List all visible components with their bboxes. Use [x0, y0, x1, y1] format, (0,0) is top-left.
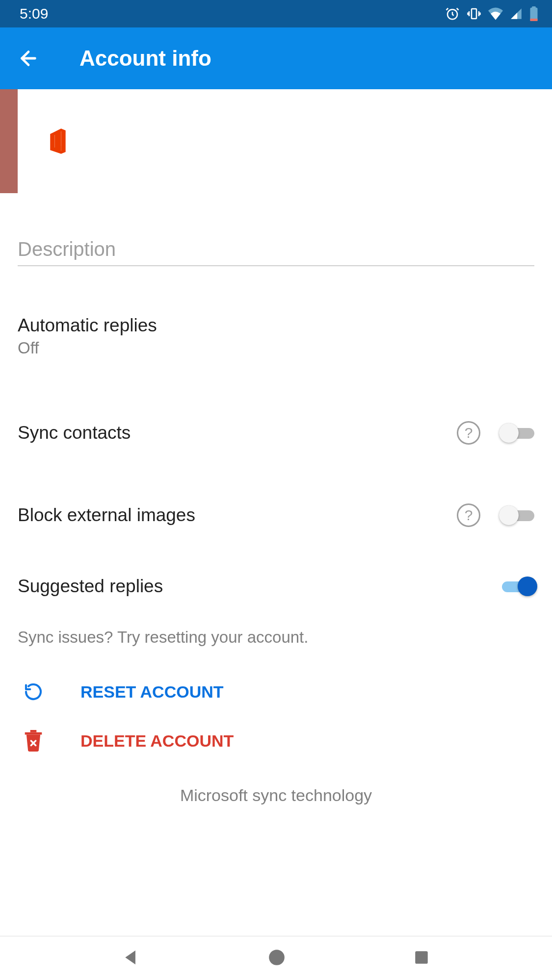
cellular-icon	[510, 7, 523, 20]
help-icon: ?	[465, 507, 473, 524]
svg-rect-1	[472, 9, 476, 19]
back-button[interactable]	[17, 47, 40, 70]
suggested-replies-toggle[interactable]	[499, 577, 534, 596]
block-external-images-row: Block external images ?	[18, 503, 534, 527]
automatic-replies-value: Off	[18, 339, 534, 357]
account-header: Office 365 amiadmin@deltaconstructors.ne…	[0, 89, 552, 193]
nav-home-button[interactable]	[267, 948, 286, 969]
automatic-replies-row[interactable]: Automatic replies Off	[18, 315, 534, 357]
automatic-replies-title: Automatic replies	[18, 315, 534, 336]
office-icon	[48, 128, 69, 154]
wifi-icon	[488, 7, 503, 20]
avatar	[35, 118, 81, 164]
app-bar: Account info	[0, 27, 552, 89]
sync-contacts-title: Sync contacts	[18, 423, 457, 443]
android-nav-bar	[0, 936, 552, 980]
sync-tech-footer: Microsoft sync technology	[18, 786, 534, 805]
status-icons	[445, 6, 538, 21]
sync-contacts-help-button[interactable]: ?	[457, 421, 480, 445]
status-time: 5:09	[20, 5, 48, 22]
nav-back-button[interactable]	[122, 948, 141, 969]
settings-content: Automatic replies Off Sync contacts ? Bl…	[0, 193, 552, 936]
alarm-icon	[445, 6, 460, 21]
account-service: Office 365	[99, 123, 343, 139]
block-external-images-help-button[interactable]: ?	[457, 503, 480, 527]
svg-rect-4	[530, 19, 538, 21]
sync-contacts-row: Sync contacts ?	[18, 421, 534, 445]
svg-rect-3	[532, 6, 536, 8]
reset-account-button[interactable]: RESET ACCOUNT	[18, 681, 534, 703]
help-icon: ?	[465, 425, 473, 441]
block-external-images-toggle[interactable]	[499, 505, 534, 525]
delete-icon	[23, 730, 44, 752]
nav-recent-icon	[413, 949, 430, 966]
svg-rect-7	[415, 951, 428, 964]
sync-contacts-toggle[interactable]	[499, 423, 534, 443]
block-external-images-title: Block external images	[18, 505, 457, 526]
nav-back-icon	[122, 948, 141, 967]
suggested-replies-title: Suggested replies	[18, 576, 499, 597]
delete-account-label: DELETE ACCOUNT	[80, 731, 234, 751]
sync-hint: Sync issues? Try resetting your account.	[18, 628, 534, 647]
account-email: amiadmin@deltaconstructors.net	[99, 141, 343, 160]
nav-recent-button[interactable]	[413, 949, 430, 968]
page-title: Account info	[79, 46, 211, 71]
vibrate-icon	[467, 6, 481, 21]
reset-account-label: RESET ACCOUNT	[80, 682, 224, 702]
reset-icon	[23, 681, 44, 703]
arrow-back-icon	[17, 47, 40, 70]
nav-home-icon	[267, 948, 286, 967]
status-bar: 5:09	[0, 0, 552, 27]
battery-icon	[529, 6, 538, 21]
suggested-replies-row: Suggested replies	[18, 576, 534, 597]
description-input[interactable]	[18, 231, 534, 266]
svg-point-6	[269, 950, 285, 965]
delete-account-button[interactable]: DELETE ACCOUNT	[18, 730, 534, 752]
